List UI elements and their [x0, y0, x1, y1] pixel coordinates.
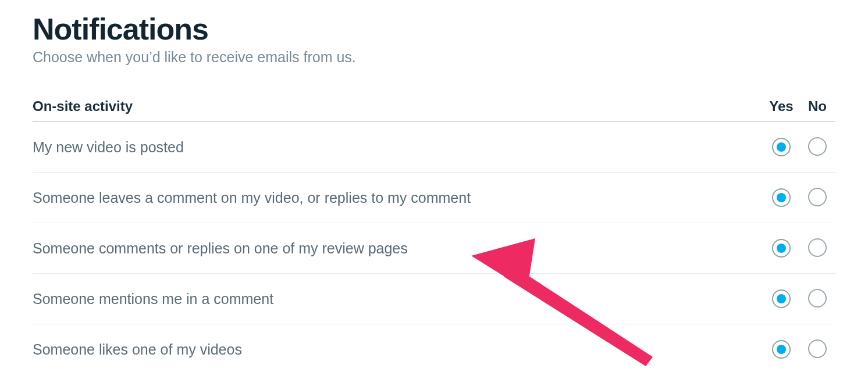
table-row: Someone leaves a comment on my video, or… — [33, 173, 835, 223]
radio-no[interactable] — [808, 188, 827, 206]
radio-no[interactable] — [808, 238, 827, 257]
table-row: My new video is posted — [33, 122, 835, 173]
radio-no[interactable] — [808, 289, 827, 308]
table-row: Someone likes one of my videos — [33, 324, 835, 375]
cell-yes — [763, 173, 799, 223]
column-header-yes: Yes — [763, 98, 799, 122]
radio-yes[interactable] — [772, 188, 791, 207]
cell-yes — [763, 223, 799, 274]
notification-label: Someone leaves a comment on my video, or… — [33, 173, 763, 223]
radio-yes[interactable] — [772, 239, 791, 258]
radio-no[interactable] — [808, 339, 827, 358]
column-header-no: No — [799, 98, 835, 122]
cell-yes — [763, 324, 799, 375]
cell-no — [799, 173, 835, 223]
column-header-activity: On-site activity — [33, 98, 763, 122]
radio-yes[interactable] — [772, 289, 791, 308]
table-row: Someone mentions me in a comment — [33, 274, 835, 324]
table-row: Someone comments or replies on one of my… — [33, 223, 835, 274]
page-subtitle: Choose when you’d like to receive emails… — [33, 49, 835, 66]
notification-label: Someone comments or replies on one of my… — [33, 223, 763, 274]
cell-no — [799, 122, 835, 173]
radio-no[interactable] — [808, 137, 827, 156]
cell-yes — [763, 274, 799, 324]
notification-settings-table: On-site activity Yes No My new video is … — [33, 98, 835, 374]
radio-dot-icon — [777, 142, 786, 152]
radio-dot-icon — [777, 244, 786, 253]
cell-no — [799, 324, 835, 375]
radio-yes[interactable] — [772, 340, 791, 359]
cell-no — [799, 223, 835, 274]
radio-dot-icon — [777, 193, 786, 202]
radio-dot-icon — [777, 294, 786, 303]
radio-yes[interactable] — [772, 138, 791, 156]
cell-yes — [763, 122, 799, 173]
radio-dot-icon — [777, 345, 786, 354]
cell-no — [799, 274, 835, 324]
notification-label: Someone likes one of my videos — [33, 324, 763, 375]
notification-label: My new video is posted — [33, 122, 763, 173]
notification-label: Someone mentions me in a comment — [33, 274, 763, 324]
page-title: Notifications — [33, 12, 835, 47]
